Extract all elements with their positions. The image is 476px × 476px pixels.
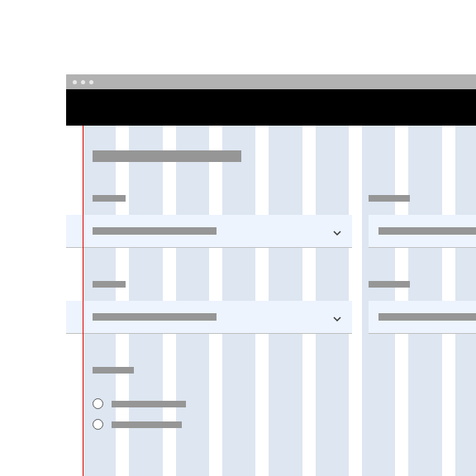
window-minimize-icon[interactable] <box>81 80 85 84</box>
form-cell <box>369 281 476 334</box>
chevron-down-icon <box>332 312 342 322</box>
radio-option[interactable] <box>93 398 476 409</box>
select-field[interactable] <box>66 301 352 334</box>
field-label <box>93 195 126 202</box>
radio-icon <box>93 419 103 430</box>
radio-label <box>112 401 186 407</box>
text-field[interactable] <box>369 215 476 248</box>
field-value <box>378 313 476 321</box>
radio-label <box>112 421 182 428</box>
radio-option[interactable] <box>93 419 476 430</box>
radio-group-label <box>93 367 134 374</box>
field-label <box>369 281 410 288</box>
field-value <box>93 313 217 321</box>
app-header-bar <box>66 89 476 126</box>
window-titlebar <box>66 74 476 89</box>
form-heading <box>93 150 241 162</box>
window-close-icon[interactable] <box>73 80 77 84</box>
form-cell <box>93 281 352 334</box>
form-row <box>93 281 476 334</box>
window-zoom-icon[interactable] <box>89 80 93 84</box>
browser-window <box>66 74 476 476</box>
form-row <box>93 195 476 248</box>
field-value <box>93 227 217 235</box>
select-field[interactable] <box>66 215 352 248</box>
field-label <box>369 195 410 202</box>
chevron-down-icon <box>332 226 342 236</box>
field-label <box>93 281 126 288</box>
alignment-guide <box>83 126 83 476</box>
field-value <box>378 227 476 235</box>
page-content <box>66 126 476 476</box>
text-field[interactable] <box>369 301 476 334</box>
form-cell <box>93 195 352 248</box>
radio-icon <box>93 398 103 409</box>
form-cell <box>369 195 476 248</box>
radio-group <box>93 367 476 430</box>
